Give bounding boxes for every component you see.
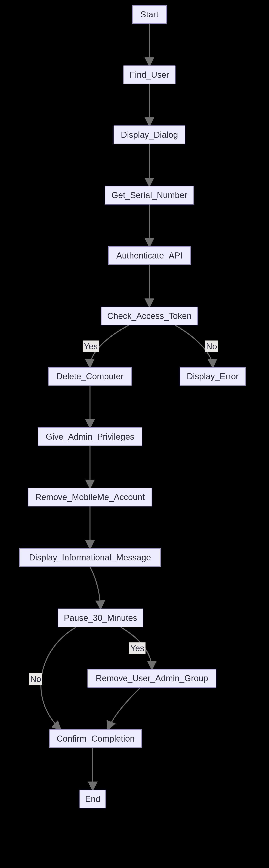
node-display-error: Display_Error	[180, 367, 246, 386]
edge-label-yes: Yes	[83, 341, 99, 352]
node-label: End	[85, 794, 100, 804]
edge-label-no: No	[29, 673, 42, 685]
node-check-access-token: Check_Access_Token	[101, 307, 198, 325]
edge-label-no: No	[205, 341, 218, 352]
node-remove-mobileme-account: Remove_MobileMe_Account	[28, 488, 152, 506]
node-label: Pause_30_Minutes	[64, 613, 137, 623]
node-display-informational-message: Display_Informational_Message	[19, 548, 161, 567]
node-delete-computer: Delete_Computer	[48, 367, 132, 386]
node-give-admin-privileges: Give_Admin_Privileges	[38, 427, 142, 446]
node-end: End	[80, 790, 106, 808]
flowchart-canvas: Start Find_User Display_Dialog Get_Seria…	[0, 0, 269, 868]
node-label: Delete_Computer	[57, 371, 124, 381]
node-get-serial-number: Get_Serial_Number	[105, 186, 194, 205]
node-label: Display_Informational_Message	[29, 552, 151, 563]
edge-label-yes: Yes	[129, 643, 146, 654]
node-find-user: Find_User	[123, 65, 176, 84]
node-label: Find_User	[130, 70, 169, 80]
node-label: Display_Error	[187, 371, 239, 381]
node-label: Remove_User_Admin_Group	[96, 673, 208, 684]
node-start: Start	[132, 5, 167, 24]
node-authenticate-api: Authenticate_API	[108, 246, 191, 265]
node-pause-30-minutes: Pause_30_Minutes	[58, 609, 143, 627]
node-confirm-completion: Confirm_Completion	[49, 729, 142, 748]
node-label: Display_Dialog	[121, 130, 178, 140]
node-label: Remove_MobileMe_Account	[35, 492, 145, 502]
node-label: Check_Access_Token	[107, 311, 192, 321]
node-remove-user-admin-group: Remove_User_Admin_Group	[87, 669, 216, 688]
node-label: Start	[141, 9, 158, 20]
node-label: Get_Serial_Number	[112, 190, 187, 200]
node-label: Authenticate_API	[116, 250, 182, 261]
node-label: Give_Admin_Privileges	[46, 432, 134, 442]
node-display-dialog: Display_Dialog	[114, 125, 185, 144]
node-label: Confirm_Completion	[57, 734, 134, 744]
